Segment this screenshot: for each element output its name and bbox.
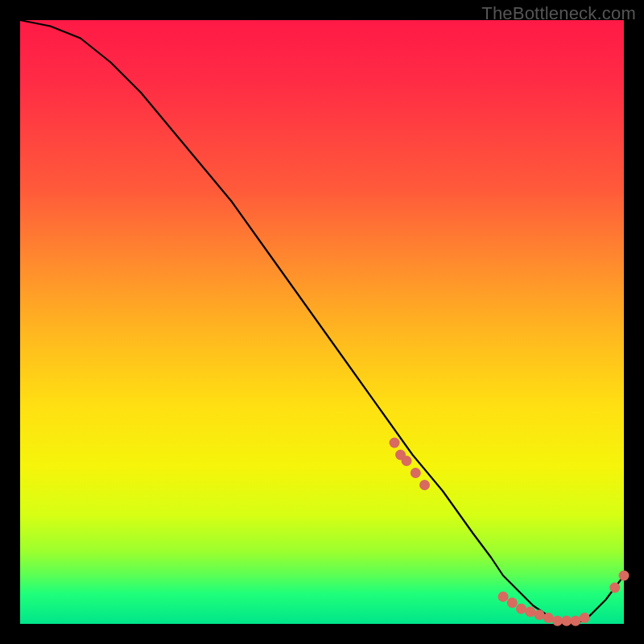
chart-stage: TheBottleneck.com	[0, 0, 644, 644]
data-marker	[609, 583, 620, 593]
chart-svg	[20, 20, 624, 624]
data-marker	[561, 616, 572, 626]
data-marker	[390, 438, 400, 448]
data-marker	[543, 613, 554, 623]
data-marker	[411, 468, 421, 478]
data-marker	[516, 604, 526, 614]
data-marker	[580, 613, 590, 623]
plot-area	[20, 20, 624, 624]
data-marker	[535, 609, 545, 620]
data-marker	[525, 607, 535, 617]
bottleneck-curve-line	[20, 20, 624, 624]
data-marker	[507, 597, 518, 608]
data-marker	[419, 480, 430, 490]
data-marker	[498, 592, 509, 602]
data-marker	[402, 456, 412, 466]
watermark-text: TheBottleneck.com	[481, 3, 636, 24]
data-markers-group	[390, 438, 630, 626]
data-marker	[571, 616, 581, 626]
data-marker	[552, 616, 563, 626]
data-marker	[619, 571, 630, 581]
